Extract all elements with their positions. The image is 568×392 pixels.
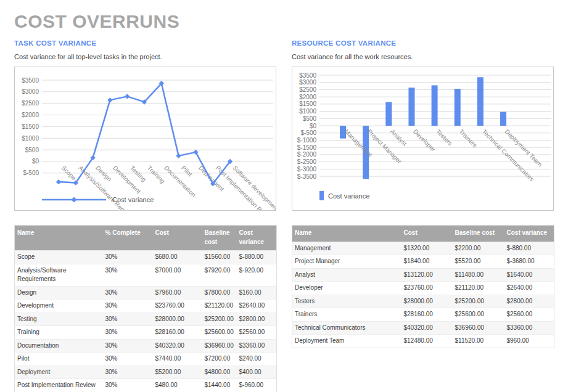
y-axis-tick-label: $3000: [299, 79, 316, 86]
column-header: Cost variance: [504, 226, 554, 242]
table-cell: 30%: [103, 251, 153, 264]
bar: [500, 112, 506, 126]
y-axis-tick-label: $2500: [299, 86, 316, 93]
table-row: Deployment30%$5200.00$4800.00$400.00: [15, 365, 277, 379]
table-cell: $25600.00: [453, 308, 504, 322]
data-point-marker: [176, 153, 181, 158]
table-cell: $1640.00: [504, 268, 554, 282]
table-cell: 30%: [103, 312, 153, 326]
y-axis-tick-label: $0: [32, 158, 39, 165]
table-cell: $2640.00: [504, 282, 554, 295]
table-header-row: Name% CompleteCostBaseline costCost vari…: [15, 226, 277, 251]
y-axis-tick-label: $1000: [22, 135, 39, 142]
table-cell: Training: [15, 326, 103, 340]
table-cell: $28160.00: [401, 308, 453, 322]
column-header: Cost: [401, 226, 453, 242]
task-cost-variance-section: TASK COST VARIANCE Cost variance for all…: [14, 39, 276, 392]
table-cell: $2800.00: [237, 312, 277, 326]
table-cell: 30%: [103, 300, 153, 313]
table-cell: $1560.00: [202, 251, 237, 264]
table-row: Management$1320.00$2200.00$-880.00: [292, 242, 554, 255]
y-axis-tick-label: $1500: [22, 123, 39, 130]
category-label: Analyst: [389, 128, 408, 147]
table-cell: Management: [292, 242, 401, 255]
data-point-marker: [72, 197, 77, 203]
table-row: Testing30%$28000.00$25200.00$2800.00: [15, 312, 277, 326]
table-cell: 30%: [103, 365, 153, 379]
table-cell: $-3680.00: [504, 255, 554, 269]
y-axis-tick-label: $-2000: [297, 151, 317, 158]
bar: [408, 88, 414, 126]
table-row: Technical Communicators$40320.00$36960.0…: [292, 321, 554, 335]
table-cell: $25200.00: [202, 312, 237, 326]
column-header: % Complete: [103, 226, 153, 251]
y-axis-tick-label: $-1500: [297, 144, 317, 151]
table-cell: $11520.00: [453, 335, 504, 348]
y-axis-tick-label: $-3000: [297, 166, 317, 173]
y-axis-tick-label: $2500: [22, 100, 39, 107]
table-cell: $160.00: [237, 286, 277, 300]
task-cost-variance-chart[interactable]: $3500$3000$2500$2000$1500$1000$500$0$-50…: [14, 67, 276, 211]
y-axis-tick-label: $3500: [22, 77, 39, 84]
y-axis-tick-label: $1500: [299, 100, 316, 107]
table-cell: Project Manager: [292, 255, 401, 269]
y-axis-tick-label: $3500: [299, 72, 316, 79]
y-axis-tick-label: $-2500: [297, 158, 317, 165]
table-cell: $23760.00: [401, 282, 453, 295]
y-axis-tick-label: $0: [310, 123, 317, 129]
table-cell: $25600.00: [202, 326, 237, 340]
table-cell: $25200.00: [453, 295, 504, 308]
table-cell: $12480.00: [401, 335, 453, 348]
table-cell: $28160.00: [153, 326, 202, 340]
table-cell: Technical Communicators: [292, 321, 401, 335]
task-cost-table: Name% CompleteCostBaseline costCost vari…: [14, 225, 277, 392]
table-cell: $40320.00: [153, 339, 202, 353]
legend-label: Cost variance: [328, 192, 369, 200]
table-cell: Analyst: [292, 268, 401, 282]
table-cell: Scope: [15, 251, 103, 264]
data-point-marker: [125, 94, 130, 99]
table-cell: Developer: [292, 282, 401, 295]
table-cell: $-960.00: [237, 379, 277, 392]
table-cell: $4800.00: [202, 365, 237, 379]
table-cell: 30%: [103, 264, 153, 286]
table-cell: 30%: [103, 379, 153, 392]
table-cell: $-880.00: [504, 242, 554, 255]
y-axis-tick-label: $-3500: [297, 173, 317, 180]
bar: [432, 85, 438, 126]
task-chart-canvas: $3500$3000$2500$2000$1500$1000$500$0$-50…: [15, 67, 276, 210]
category-label: Testers: [435, 128, 454, 147]
table-cell: Documentation: [15, 339, 103, 353]
table-cell: Development: [15, 300, 103, 313]
table-cell: $680.00: [153, 251, 202, 264]
y-axis-tick-label: $500: [25, 147, 39, 153]
table-cell: $5200.00: [153, 365, 202, 379]
column-header: Baseline cost: [202, 226, 237, 251]
y-axis-tick-label: $2000: [299, 94, 316, 100]
table-cell: 30%: [103, 286, 153, 300]
table-cell: $960.00: [504, 335, 554, 348]
bar: [477, 77, 484, 126]
table-cell: $7920.00: [202, 264, 237, 286]
table-row: Deployment Team$12480.00$11520.00$960.00: [292, 335, 554, 348]
table-cell: 30%: [103, 339, 153, 353]
table-cell: Pilot: [15, 353, 103, 366]
resource-cost-variance-chart[interactable]: $3500$3000$2500$2000$1500$1000$500$0$-50…: [292, 67, 554, 211]
table-cell: $400.00: [237, 365, 277, 379]
resource-cost-table: NameCostBaseline costCost variance Manag…: [292, 225, 554, 348]
task-section-description: Cost variance for all top-level tasks in…: [14, 53, 276, 60]
category-label: Pilot: [180, 165, 194, 178]
table-cell: $3360.00: [504, 321, 554, 335]
table-row: Scope30%$680.00$1560.00$-880.00: [15, 251, 277, 264]
table-cell: Testing: [15, 312, 103, 326]
table-cell: $23760.00: [153, 300, 202, 313]
table-cell: $2560.00: [237, 326, 277, 340]
table-row: Development30%$23760.00$21120.00$2640.00: [15, 300, 277, 313]
table-row: Analysis/Software Requirements30%$7000.0…: [15, 264, 277, 286]
table-cell: $13120.00: [401, 268, 453, 282]
table-cell: Analysis/Software Requirements: [15, 264, 103, 286]
table-cell: $2560.00: [504, 308, 554, 322]
table-cell: $1440.00: [202, 379, 237, 392]
table-cell: $40320.00: [401, 321, 453, 335]
report-page: COST OVERRUNS TASK COST VARIANCE Cost va…: [0, 0, 568, 392]
